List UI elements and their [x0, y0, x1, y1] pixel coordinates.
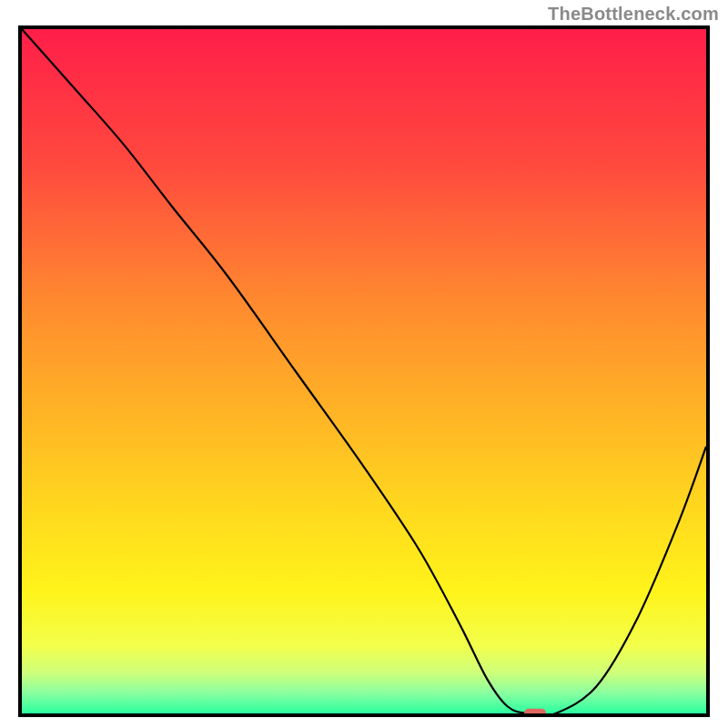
optimum-marker — [524, 709, 546, 713]
chart-frame — [18, 25, 710, 717]
watermark-text: TheBottleneck.com — [548, 4, 719, 25]
chart-svg — [22, 29, 706, 713]
chart-background — [22, 29, 706, 713]
